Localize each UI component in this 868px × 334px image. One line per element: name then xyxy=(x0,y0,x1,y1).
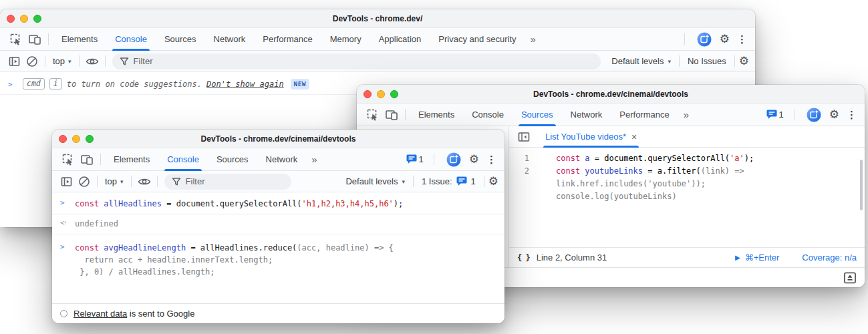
log-levels-dropdown[interactable]: Default levels▾ xyxy=(341,176,409,186)
window-title: DevTools - chrome.dev/cinemai/devtools xyxy=(52,134,504,144)
tab-console[interactable]: Console xyxy=(463,104,513,126)
kebab-menu-icon[interactable]: ⋮ xyxy=(485,154,498,164)
issues-counter[interactable]: 1 xyxy=(766,110,784,120)
ai-assistant-icon[interactable] xyxy=(805,106,823,124)
kebab-menu-icon[interactable]: ⋮ xyxy=(736,34,748,44)
issues-status[interactable]: No Issues xyxy=(684,56,730,66)
console-sidebar-icon[interactable] xyxy=(6,53,23,70)
minimize-window-button[interactable] xyxy=(72,135,80,143)
line-number: 1 xyxy=(509,152,529,165)
show-drawer-icon[interactable] xyxy=(843,272,857,284)
dont-show-again-link[interactable]: Don't show again xyxy=(206,79,284,89)
close-file-tab-icon[interactable]: × xyxy=(631,132,637,142)
divider xyxy=(484,176,484,187)
close-window-button[interactable] xyxy=(7,15,15,23)
console-command-row: > const allHeadlines = document.querySel… xyxy=(52,194,504,214)
ghost-suggestion-text: link.href.includes('youtube')); xyxy=(529,178,706,190)
minimize-window-button[interactable] xyxy=(377,90,385,98)
traffic-lights xyxy=(364,90,398,98)
ai-assistant-icon[interactable] xyxy=(444,151,463,168)
divider xyxy=(131,176,132,187)
live-expression-eye-icon[interactable] xyxy=(84,53,101,70)
filter-placeholder: Filter xyxy=(134,56,153,66)
tab-network[interactable]: Network xyxy=(205,28,255,51)
settings-gear-icon[interactable]: ⚙ xyxy=(829,109,839,120)
more-tabs-icon[interactable]: » xyxy=(678,109,694,120)
divider xyxy=(105,55,106,67)
cmd-keycap: cmd xyxy=(23,78,45,90)
tab-application[interactable]: Application xyxy=(370,28,430,51)
scrollbar-thumb[interactable] xyxy=(860,160,863,210)
coverage-link[interactable]: Coverage: n/a xyxy=(802,253,857,263)
zoom-window-button[interactable] xyxy=(86,135,94,143)
ai-assistant-icon[interactable] xyxy=(695,31,714,48)
console-input-row[interactable]: > const avgHeadlineLength = allHeadlines… xyxy=(52,238,504,282)
chevron-down-icon: ▾ xyxy=(68,58,71,65)
tab-elements[interactable]: Elements xyxy=(105,148,158,171)
kebab-menu-icon[interactable]: ⋮ xyxy=(845,110,858,120)
filter-funnel-icon xyxy=(120,57,129,66)
context-selector[interactable]: top▾ xyxy=(49,56,75,66)
tab-privacy-security[interactable]: Privacy and security xyxy=(430,28,525,51)
settings-gear-icon[interactable]: ⚙ xyxy=(469,154,479,165)
context-selector[interactable]: top▾ xyxy=(102,176,127,186)
tab-console[interactable]: Console xyxy=(106,28,156,51)
issues-bubble-icon xyxy=(406,154,417,164)
relevant-data-link[interactable]: Relevant data xyxy=(74,309,127,319)
inspect-element-icon[interactable] xyxy=(7,31,25,48)
divider xyxy=(405,109,406,120)
live-expression-eye-icon[interactable] xyxy=(136,173,153,190)
clear-console-icon[interactable] xyxy=(23,53,41,70)
device-toolbar-icon[interactable] xyxy=(78,151,96,168)
code-editor[interactable]: 1const a = document.querySelectorAll('a'… xyxy=(509,148,865,247)
tab-network[interactable]: Network xyxy=(257,148,307,171)
console-settings-gear-icon[interactable]: ⚙ xyxy=(488,176,498,187)
inspect-element-icon[interactable] xyxy=(364,106,382,124)
console-result-icon: <· xyxy=(60,218,69,227)
more-tabs-icon[interactable]: » xyxy=(306,154,322,165)
ghost-suggestion-text: }, 0) / allHeadlines.length; xyxy=(75,267,215,277)
log-levels-dropdown[interactable]: Default levels▾ xyxy=(607,56,675,66)
console-prompt-icon: > xyxy=(8,79,17,89)
tab-performance[interactable]: Performance xyxy=(611,104,678,126)
run-snippet-button[interactable]: ▶⌘+Enter xyxy=(735,253,779,263)
divider xyxy=(679,55,680,67)
issues-bubble-icon xyxy=(456,176,467,186)
tab-sources[interactable]: Sources xyxy=(156,28,205,51)
filter-input[interactable]: Filter xyxy=(112,53,601,69)
divider xyxy=(79,55,80,67)
result-value: undefined xyxy=(75,218,118,230)
issues-counter[interactable]: 1 xyxy=(406,154,424,164)
close-window-button[interactable] xyxy=(364,90,372,98)
tab-elements[interactable]: Elements xyxy=(410,104,463,126)
tab-console[interactable]: Console xyxy=(158,148,208,171)
issues-status[interactable]: 1 Issue: 1 xyxy=(418,176,480,186)
close-window-button[interactable] xyxy=(59,135,67,143)
more-tabs-icon[interactable]: » xyxy=(525,33,541,45)
console-toolbar: top▾ Filter Default levels▾ 1 Issue: 1 ⚙ xyxy=(52,171,504,192)
inspect-element-icon[interactable] xyxy=(59,151,78,168)
console-log-area[interactable]: > const allHeadlines = document.querySel… xyxy=(52,192,504,303)
hide-navigator-icon[interactable] xyxy=(515,128,533,146)
tab-sources[interactable]: Sources xyxy=(208,148,257,171)
settings-gear-icon[interactable]: ⚙ xyxy=(720,33,730,45)
tab-sources[interactable]: Sources xyxy=(513,104,562,126)
minimize-window-button[interactable] xyxy=(20,15,28,23)
zoom-window-button[interactable] xyxy=(33,15,41,23)
device-toolbar-icon[interactable] xyxy=(382,106,401,124)
chevron-down-icon: ▾ xyxy=(668,58,671,65)
clear-console-icon[interactable] xyxy=(76,173,93,190)
pretty-print-icon[interactable]: { } xyxy=(517,253,530,263)
zoom-window-button[interactable] xyxy=(390,90,398,98)
tab-memory[interactable]: Memory xyxy=(321,28,370,51)
device-toolbar-icon[interactable] xyxy=(25,31,44,48)
tab-performance[interactable]: Performance xyxy=(254,28,321,51)
filter-input[interactable]: Filter xyxy=(164,174,291,190)
console-settings-gear-icon[interactable]: ⚙ xyxy=(739,55,749,67)
console-prompt-icon: > xyxy=(60,242,69,251)
tab-elements[interactable]: Elements xyxy=(53,28,106,51)
console-sidebar-icon[interactable] xyxy=(58,173,76,190)
devtools-tabbar: Elements Console Sources Network Perform… xyxy=(0,28,755,51)
tab-network[interactable]: Network xyxy=(562,104,611,126)
file-tab-snippet[interactable]: List YouTube videos* × xyxy=(537,126,645,148)
